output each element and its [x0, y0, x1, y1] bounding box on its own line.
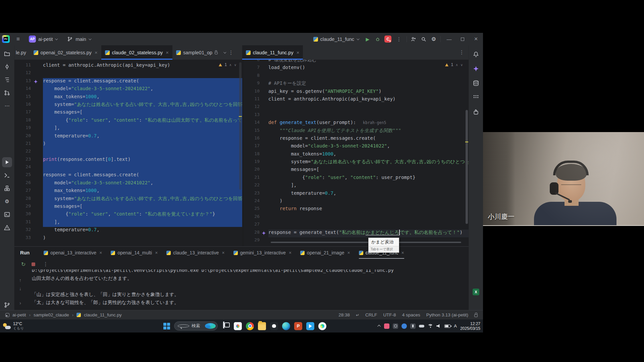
scrollbar[interactable] [239, 62, 241, 190]
line-number[interactable]: 23 [14, 157, 43, 164]
ime-mode-indicator[interactable]: A [454, 323, 457, 328]
minimize-button[interactable]: — [444, 35, 454, 44]
editor-tab-sample01_op[interactable]: sample01_op [172, 45, 221, 60]
line-number[interactable]: 13 [14, 78, 43, 86]
line-number[interactable]: 18 [14, 117, 43, 125]
up-stack-icon[interactable]: ↑ [19, 278, 21, 283]
encoding-selector[interactable]: UTF-8 [383, 312, 396, 317]
camera-tray-icon[interactable] [393, 323, 398, 329]
run-button[interactable]: ▶ [364, 36, 371, 43]
settings-gear-icon[interactable]: ⚙ [430, 36, 437, 43]
line-number[interactable]: 26 [14, 180, 43, 188]
line-number[interactable]: 25 [245, 206, 268, 214]
prev-problem-icon[interactable]: ∧ [229, 63, 231, 67]
breadcrumb-item[interactable]: sample02_claude [34, 312, 69, 317]
close-tab-icon[interactable]: × [289, 250, 291, 255]
line-number[interactable]: 10 [245, 88, 268, 96]
line-number[interactable]: 25 [14, 172, 43, 180]
dependencies-tool-icon[interactable] [471, 93, 481, 103]
indent-selector[interactable]: 4 spaces [402, 312, 420, 317]
volume-icon[interactable] [436, 324, 441, 328]
prev-problem-icon[interactable]: ∧ [455, 63, 458, 67]
problems-tool-icon[interactable] [2, 223, 12, 233]
line-number[interactable]: 22 [14, 148, 43, 156]
close-tab-icon[interactable]: × [222, 250, 225, 255]
python-packages-tool-icon[interactable] [2, 183, 12, 193]
code-line[interactable] [43, 148, 242, 156]
code-line[interactable]: client = anthropic.Anthropic(api_key=api… [43, 62, 242, 70]
editor-right-gutter[interactable]: 6789101112131415161718192021222324252627… [245, 60, 268, 245]
code-line[interactable]: # APIキーを設定 [268, 80, 469, 88]
run-tab-openai_21_image[interactable]: openai_21_image× [300, 247, 350, 259]
c5-plugin-badge[interactable]: C5 [384, 36, 391, 43]
code-line[interactable]: """Claude APIを使用してテキストを生成する関数""" [268, 128, 469, 135]
editor-right[interactable]: 6789101112131415161718192021222324252627… [245, 60, 469, 246]
code-line[interactable]: model="claude-3-5-sonnet-20241022", [268, 143, 469, 151]
code-line[interactable]: temperature=0.7, [43, 227, 242, 235]
scroll-to-end-icon[interactable]: › [19, 300, 21, 306]
code-line[interactable]: temperature=0.7, [268, 190, 469, 198]
line-number[interactable]: 19 [245, 159, 268, 167]
editor-tab-openai_02_stateless.py[interactable]: openai_02_stateless.py× [30, 45, 101, 60]
pane-divider[interactable] [243, 60, 243, 246]
run-tab-openai_13_interactive[interactable]: openai_13_interactive× [44, 247, 102, 259]
line-number[interactable]: 32 [14, 227, 43, 235]
line-number[interactable]: 24 [14, 164, 43, 172]
close-tab-icon[interactable]: × [155, 250, 158, 255]
taskbar-search-box[interactable]: 検索 [174, 321, 218, 330]
code-line[interactable]: ) [43, 235, 242, 243]
close-tab-icon[interactable]: × [297, 50, 300, 55]
code-line[interactable]: # 環境変数を読み込む [268, 60, 469, 65]
workspace-icon[interactable] [5, 313, 9, 317]
close-tab-icon[interactable]: × [99, 250, 102, 255]
github-desktop-icon[interactable] [270, 322, 278, 330]
line-number[interactable]: 31 [14, 219, 43, 227]
terminal-tool-icon[interactable] [2, 209, 12, 220]
line-number[interactable]: 20 [245, 167, 268, 174]
code-line[interactable]: model="claude-3-5-sonnet-20241022", [43, 86, 242, 94]
line-number[interactable]: 28 [245, 230, 268, 237]
code-line[interactable]: api_key = os.getenv("ANTHROPIC_API_KEY") [268, 88, 469, 96]
tab-list-chevron-icon[interactable] [223, 51, 226, 53]
line-number[interactable]: 27 [245, 222, 268, 229]
clock-widget[interactable]: 12:27 2025/03/15 [460, 321, 480, 331]
code-line[interactable]: client = anthropic.Anthropic(api_key=api… [268, 96, 469, 104]
tab-options-icon[interactable]: ⋮ [458, 49, 466, 55]
line-number[interactable]: 7 [245, 65, 268, 72]
line-number[interactable]: 19 [14, 125, 43, 133]
code-line[interactable]: {"role": "user", "content": "私の名前は山田太郎です… [43, 117, 242, 125]
project-tool-icon[interactable] [2, 49, 12, 59]
vcs-branch-widget[interactable]: main [64, 35, 93, 44]
line-number[interactable]: 14 [14, 86, 43, 94]
services-tool-icon[interactable]: ⚙ [2, 196, 12, 206]
database-tool-icon[interactable] [471, 78, 481, 88]
chrome-icon[interactable] [246, 322, 254, 330]
code-line[interactable]: ], [43, 219, 242, 227]
line-number[interactable]: 11 [14, 62, 43, 70]
main-menu-icon[interactable]: ≡ [14, 35, 22, 43]
tray-overflow-chevron-icon[interactable] [377, 325, 381, 328]
interpreter-selector[interactable]: Python 3.13 (ai-petit) [426, 312, 468, 317]
code-line[interactable]: max_tokens=1000, [43, 188, 242, 195]
line-number[interactable]: 20 [14, 133, 43, 141]
line-number[interactable]: 14 [245, 120, 268, 127]
run-config-selector[interactable]: claude_11_func [311, 36, 361, 43]
line-number[interactable]: 21 [245, 175, 268, 182]
ai-assistant-icon[interactable] [471, 64, 481, 74]
line-number[interactable]: 16 [14, 102, 43, 109]
next-problem-icon[interactable]: ∨ [234, 63, 236, 67]
close-tab-icon[interactable]: × [166, 50, 169, 55]
code-line[interactable] [43, 70, 242, 78]
ai-gutter-icon[interactable] [34, 79, 38, 84]
editor-left[interactable]: 1112131415161718192021222324252627282930… [14, 60, 242, 246]
code-line[interactable]: messages=[ [43, 203, 242, 211]
wifi-icon[interactable] [428, 324, 433, 328]
more-tools-icon[interactable]: ⋯ [2, 101, 12, 111]
line-number[interactable]: 17 [245, 143, 268, 151]
line-number[interactable]: 27 [14, 188, 43, 195]
search-everywhere-icon[interactable] [420, 36, 427, 43]
line-ending-selector[interactable]: CRLF [365, 312, 377, 317]
debug-button[interactable] [374, 36, 381, 43]
console-options-icon[interactable]: ⋮ [41, 261, 50, 267]
line-number[interactable]: 12 [245, 104, 268, 112]
